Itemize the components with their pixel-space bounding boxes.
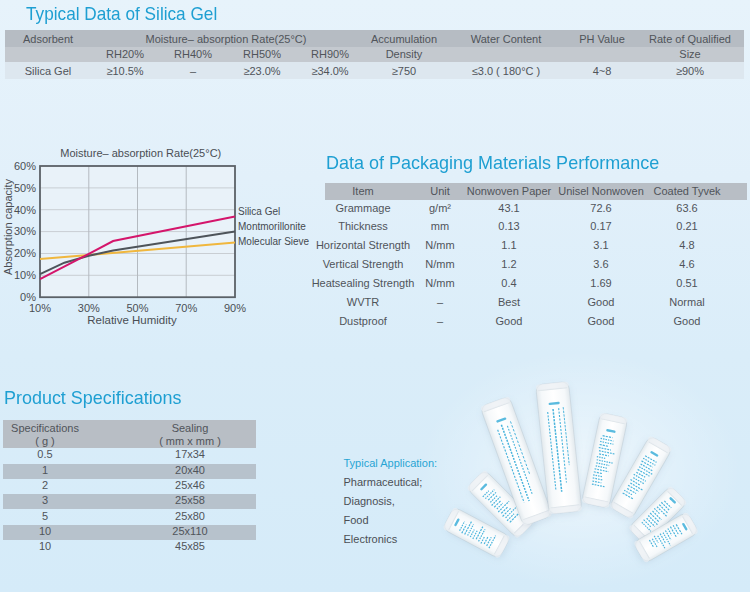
svg-text:30%: 30% <box>14 225 36 237</box>
svg-text:Moisture– absorption Rate(25°C: Moisture– absorption Rate(25°C) <box>60 147 221 159</box>
svg-text:50%: 50% <box>14 182 36 194</box>
svg-text:90%: 90% <box>224 302 246 314</box>
svg-text:70%: 70% <box>175 302 197 314</box>
svg-text:60%: 60% <box>14 160 36 172</box>
svg-text:Absorption capacity: Absorption capacity <box>2 179 14 275</box>
svg-text:50%: 50% <box>126 302 148 314</box>
svg-text:Montmorillonite: Montmorillonite <box>238 221 306 232</box>
svg-text:Silica Gel: Silica Gel <box>238 206 280 217</box>
svg-text:20%: 20% <box>14 247 36 259</box>
svg-text:40%: 40% <box>14 204 36 216</box>
svg-text:0%: 0% <box>20 291 36 303</box>
svg-text:Relative Humidity: Relative Humidity <box>87 314 177 326</box>
svg-text:10%: 10% <box>29 302 51 314</box>
svg-text:30%: 30% <box>78 302 100 314</box>
svg-text:10%: 10% <box>14 269 36 281</box>
svg-text:Molecular Sieve: Molecular Sieve <box>238 236 310 247</box>
